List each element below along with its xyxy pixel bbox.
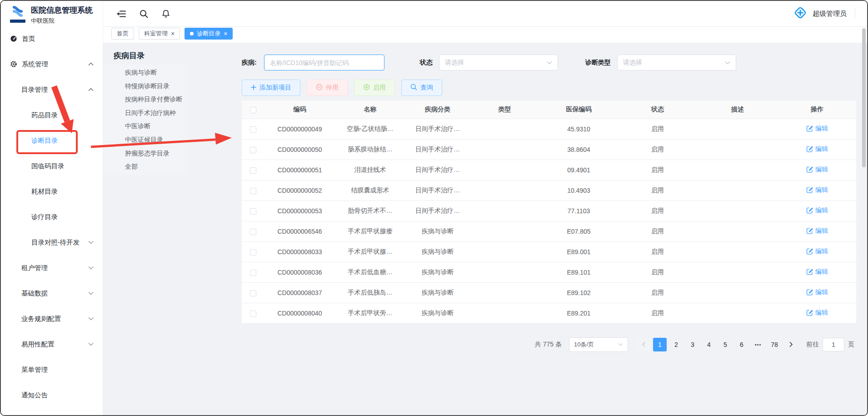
sidebar-item-label: 易用性配置 [21,340,55,349]
page-button[interactable]: 5 [718,338,732,351]
prev-page-button[interactable] [637,338,650,351]
row-checkbox[interactable] [250,167,256,174]
chevron-down-icon [88,266,94,270]
sidebar-item-drug-catalog[interactable]: 药品目录 [1,102,103,128]
disable-button[interactable]: 停用 [307,80,348,96]
sidebar-item-system-management[interactable]: 系统管理 [1,51,103,77]
sidebar-item-tenant-management[interactable]: 租户管理 [1,255,103,281]
next-page-button[interactable] [784,338,798,351]
row-checkbox[interactable] [250,229,256,235]
row-checkbox[interactable] [250,311,256,317]
status-select[interactable]: 请选择 [439,55,558,70]
edit-button[interactable]: 编辑 [806,186,828,194]
tree-item[interactable]: 特慢病诊断目录 [103,80,188,93]
cell-category: 疾病与诊断 [405,221,470,241]
row-checkbox[interactable] [250,188,256,194]
row-checkbox[interactable] [250,208,256,215]
plus-circle-icon [363,84,370,92]
cell-code: CD0000008037 [264,282,335,303]
edit-button[interactable]: 编辑 [806,206,828,215]
edit-button[interactable]: 编辑 [806,145,828,153]
cell-insurance-code: E89.201 [539,303,618,323]
page-button[interactable]: 78 [768,338,781,351]
collapse-sidebar-icon[interactable] [117,10,126,18]
cell-name: 结膜囊成形术 [335,180,405,200]
sidebar-item-catalog-management[interactable]: 目录管理 [1,77,103,102]
vertical-scrollbar[interactable] [862,28,866,167]
sidebar-item-diagnosis-catalog[interactable]: 诊断目录 [1,128,103,153]
page-button[interactable]: 2 [669,338,683,351]
sidebar-item-usability-config[interactable]: 易用性配置 [1,331,103,357]
disease-filter-label: 疾病: [242,59,257,67]
edit-button[interactable]: 编辑 [806,288,828,296]
page-size-select[interactable]: 10条/页 [569,337,628,352]
tab-label: 科室管理 [144,30,168,38]
cell-description [697,262,778,282]
page-button[interactable]: 6 [735,338,748,351]
sidebar-item-label: 目录对照-待开发 [31,238,80,247]
add-item-button[interactable]: 添加新项目 [242,80,300,96]
total-count: 共 775 条 [535,341,562,349]
close-icon[interactable]: × [224,30,227,37]
chevron-up-icon [88,88,94,91]
sidebar-item-home[interactable]: 首页 [1,26,103,51]
tab-bar: 首页 科室管理 × 诊断目录 × [103,27,867,43]
tab-home[interactable]: 首页 [111,28,134,40]
page-button[interactable]: 4 [702,338,716,351]
enable-button[interactable]: 启用 [354,80,395,96]
edit-button[interactable]: 编辑 [806,309,828,317]
close-icon[interactable]: × [171,30,175,37]
cell-type [470,200,539,221]
page-button[interactable]: 3 [686,338,699,351]
app-logo-icon [9,5,26,23]
edit-label: 编辑 [815,186,828,194]
disease-search-input[interactable] [264,55,384,70]
edit-button[interactable]: 编辑 [806,247,828,256]
more-pages-icon[interactable]: ••• [751,338,765,351]
edit-button[interactable]: 编辑 [806,165,828,174]
search-icon[interactable] [140,10,148,18]
goto-page-input[interactable] [823,338,844,351]
sidebar-item-basic-data[interactable]: 基础数据 [1,281,103,306]
page-button[interactable]: 1 [653,338,667,351]
tab-diagnosis-catalog[interactable]: 诊断目录 × [185,28,233,40]
sidebar-item-national-code-catalog[interactable]: 国临码目录 [1,153,103,179]
diagnosis-type-select[interactable]: 请选择 [617,55,736,70]
edit-button[interactable]: 编辑 [806,125,828,133]
select-all-checkbox[interactable] [250,107,256,113]
cell-type [470,160,539,180]
sidebar-item-label: 租户管理 [21,264,48,272]
query-button[interactable]: 查询 [401,80,442,96]
sidebar-item-notice[interactable]: 通知公告 [1,382,103,408]
sidebar-item-consumables-catalog[interactable]: 耗材目录 [1,179,103,204]
bell-icon[interactable] [162,10,170,18]
tree-item[interactable]: 中医证候目录 [103,133,188,147]
tree-item[interactable]: 中医诊断 [103,120,188,133]
tab-department-management[interactable]: 科室管理 × [139,28,180,40]
cell-status: 启用 [618,241,697,262]
cell-status: 启用 [618,200,697,221]
tree-item[interactable]: 肿瘤形态学目录 [103,147,188,160]
cell-code: CD0000000053 [264,200,335,221]
edit-button[interactable]: 编辑 [806,227,828,235]
cell-name: 肋骨切开术不… [335,200,405,221]
tree-item[interactable]: 日间手术治疗病种 [103,106,188,120]
cell-insurance-code: 10.4903 [539,180,618,200]
row-checkbox[interactable] [250,147,256,153]
user-menu[interactable]: 超级管理员 [793,6,855,21]
sidebar-item-catalog-mapping[interactable]: 目录对照-待开发 [1,230,103,255]
tree-item[interactable]: 疾病与诊断 [103,66,188,80]
row-checkbox[interactable] [250,270,256,276]
row-checkbox[interactable] [250,290,256,296]
sidebar-item-menu-management[interactable]: 菜单管理 [1,357,103,382]
table-row: CD0000000051 泪道挂线术 日间手术治疗… 09.4901 启用 编辑 [242,160,856,180]
edit-button[interactable]: 编辑 [806,268,828,276]
edit-label: 编辑 [815,206,828,215]
row-checkbox[interactable] [250,249,256,256]
tree-item[interactable]: 全部 [103,160,188,174]
sidebar-item-treatment-catalog[interactable]: 诊疗目录 [1,204,103,230]
tree-item[interactable]: 按病种目录付费诊断 [103,93,188,106]
button-label: 添加新项目 [259,84,291,92]
row-checkbox[interactable] [250,126,256,133]
sidebar-item-business-rules[interactable]: 业务规则配置 [1,306,103,331]
